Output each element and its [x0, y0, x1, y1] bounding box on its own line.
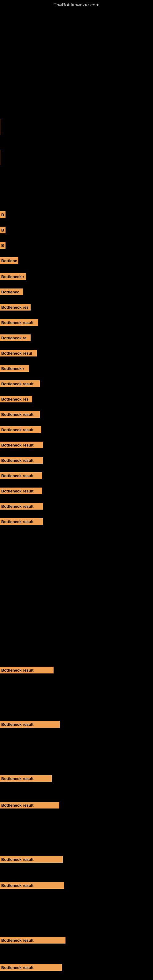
bottleneck-bar: Bottleneck res — [0, 396, 32, 402]
bottleneck-bar: Bottleneck result — [0, 856, 63, 863]
bottleneck-bar: Bottleneck result — [0, 667, 54, 673]
vline-1 — [1, 119, 1, 135]
bottleneck-bar: B — [0, 227, 5, 233]
bottleneck-bar: Bottleneck result — [0, 775, 52, 782]
bottleneck-bar: Bottleneck result — [0, 964, 62, 971]
bottleneck-bar: Bottleneck re — [0, 334, 30, 341]
bottleneck-bar: Bottleneck result — [0, 472, 42, 479]
bottleneck-bar: Bottleneck r — [0, 365, 29, 372]
chart-area — [0, 6, 153, 208]
bottleneck-bar: Bottleneck result — [0, 411, 40, 418]
bottleneck-bar: Bottleneck result — [0, 802, 59, 808]
bottleneck-bar: Bottlenec — [0, 288, 23, 295]
page-wrapper: TheBottlenecker.com BBBBottleneBottlenec… — [0, 0, 153, 980]
bottleneck-bar: Bottleneck res — [0, 304, 30, 310]
bottleneck-bar: Bottleneck result — [0, 882, 64, 889]
bottleneck-bar: Bottlene — [0, 257, 18, 264]
bottleneck-bar: Bottleneck result — [0, 442, 43, 449]
bottleneck-bar: B — [0, 211, 5, 218]
bottleneck-bar: Bottleneck result — [0, 503, 43, 510]
bottleneck-bar: Bottleneck result — [0, 380, 40, 387]
bottleneck-bar: Bottleneck result — [0, 457, 43, 464]
bottleneck-bar: Bottleneck result — [0, 721, 60, 728]
bottleneck-bar: Bottleneck resul — [0, 350, 37, 356]
vline-2 — [1, 150, 1, 165]
bottleneck-bar: Bottleneck result — [0, 518, 43, 525]
bottleneck-bar: Bottleneck r — [0, 273, 26, 280]
bottleneck-bar: Bottleneck result — [0, 937, 65, 943]
bottleneck-bar: Bottleneck result — [0, 426, 41, 433]
bottleneck-bar: Bottleneck result — [0, 319, 38, 326]
bottleneck-bar: B — [0, 242, 5, 249]
bottleneck-bar: Bottleneck result — [0, 488, 42, 494]
